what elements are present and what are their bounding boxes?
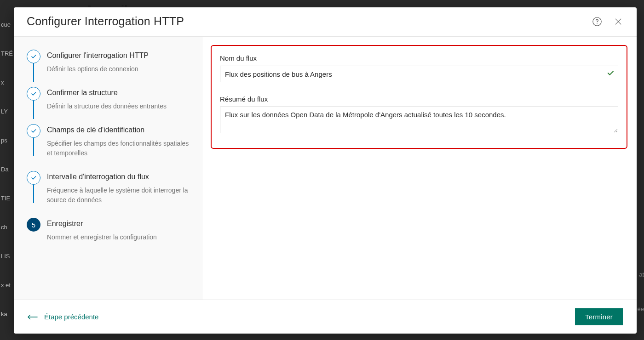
- step-desc: Définir les options de connexion: [47, 64, 191, 74]
- step-connector: [33, 63, 34, 82]
- configure-http-poll-modal: Configurer Interrogation HTTP: [14, 7, 637, 334]
- step-icon-column: 5: [27, 218, 40, 232]
- step-done-icon: [27, 171, 40, 185]
- bg-side-item: x: [0, 76, 13, 89]
- step-icon-column: [27, 124, 40, 156]
- wizard-steps-sidebar: Configurer l'interrogation HTTP Définir …: [14, 37, 202, 300]
- flux-summary-textarea[interactable]: [220, 107, 618, 133]
- step-done-icon: [27, 50, 40, 63]
- wizard-step-2[interactable]: Confirmer la structure Définir la struct…: [27, 87, 191, 124]
- finish-button[interactable]: Terminer: [575, 308, 623, 325]
- bg-side-item: ch: [0, 221, 13, 233]
- valid-check-icon: [606, 69, 615, 79]
- wizard-step-4[interactable]: Intervalle d'interrogation du flux Fréqu…: [27, 171, 191, 218]
- wizard-step-5[interactable]: 5 Enregistrer Nommer et enregistrer la c…: [27, 218, 191, 255]
- step-done-icon: [27, 87, 40, 101]
- bg-side-item: cue: [0, 18, 13, 31]
- step-connector: [33, 185, 34, 203]
- flux-name-input-wrap: [220, 66, 618, 82]
- previous-step-label: Étape précédente: [44, 313, 98, 321]
- svg-point-1: [597, 23, 597, 23]
- step-connector: [33, 138, 34, 156]
- bg-right-edge: at ée: [638, 0, 644, 340]
- step-desc: Nommer et enregistrer la configuration: [47, 232, 191, 242]
- flux-summary-field-group: Résumé du flux: [220, 95, 618, 135]
- wizard-step-3[interactable]: Champs de clé d'identification Spécifier…: [27, 124, 191, 171]
- bg-side-item: ka: [0, 308, 13, 320]
- step-desc: Spécifier les champs des fonctionnalités…: [47, 139, 191, 158]
- step-desc: Fréquence à laquelle le système doit int…: [47, 186, 191, 205]
- bg-side-item: LIS: [0, 250, 13, 262]
- modal-header-actions: [592, 16, 624, 27]
- step-title: Intervalle d'interrogation du flux: [47, 173, 191, 181]
- modal-main-content: Nom du flux Résumé du flux: [202, 37, 637, 300]
- bg-side-item: x et: [0, 279, 13, 291]
- bg-side-item: TIE: [0, 192, 13, 204]
- step-title: Configurer l'interrogation HTTP: [47, 51, 191, 60]
- step-text: Champs de clé d'identification Spécifier…: [40, 124, 191, 171]
- step-text: Confirmer la structure Définir la struct…: [40, 87, 191, 124]
- help-icon[interactable]: [592, 16, 603, 27]
- wizard-step-1[interactable]: Configurer l'interrogation HTTP Définir …: [27, 50, 191, 87]
- highlighted-form-area: Nom du flux Résumé du flux: [211, 45, 627, 149]
- flux-name-label: Nom du flux: [220, 54, 618, 62]
- modal-footer: Étape précédente Terminer: [14, 300, 637, 334]
- step-done-icon: [27, 124, 40, 138]
- modal-header: Configurer Interrogation HTTP: [14, 7, 637, 37]
- bg-side-item: TRÉ: [0, 47, 13, 60]
- flux-summary-label: Résumé du flux: [220, 95, 618, 103]
- close-icon[interactable]: [613, 16, 624, 27]
- step-title: Enregistrer: [47, 220, 191, 228]
- step-title: Confirmer la structure: [47, 89, 191, 97]
- step-icon-column: [27, 50, 40, 82]
- bg-side-item: LY: [0, 105, 13, 118]
- step-icon-column: [27, 171, 40, 203]
- arrow-left-icon: [28, 314, 38, 320]
- modal-body: Configurer l'interrogation HTTP Définir …: [14, 37, 637, 300]
- step-text: Intervalle d'interrogation du flux Fréqu…: [40, 171, 191, 218]
- step-text: Enregistrer Nommer et enregistrer la con…: [40, 218, 191, 255]
- bg-right-text: ée: [638, 306, 644, 312]
- bg-right-text: at: [639, 271, 644, 278]
- flux-name-field-group: Nom du flux: [220, 54, 618, 82]
- step-desc: Définir la structure des données entrant…: [47, 102, 191, 111]
- step-icon-column: [27, 87, 40, 119]
- step-title: Champs de clé d'identification: [47, 126, 191, 134]
- modal-title: Configurer Interrogation HTTP: [27, 15, 184, 28]
- step-connector: [33, 101, 34, 119]
- flux-name-input[interactable]: [220, 66, 618, 82]
- bg-sidebar: cue TRÉ x LY ps Da TIE ch LIS x et ka: [0, 0, 13, 340]
- step-current-icon: 5: [27, 218, 40, 232]
- step-text: Configurer l'interrogation HTTP Définir …: [40, 50, 191, 87]
- bg-side-item: Da: [0, 163, 13, 176]
- bg-side-item: ps: [0, 134, 13, 147]
- previous-step-link[interactable]: Étape précédente: [28, 313, 98, 321]
